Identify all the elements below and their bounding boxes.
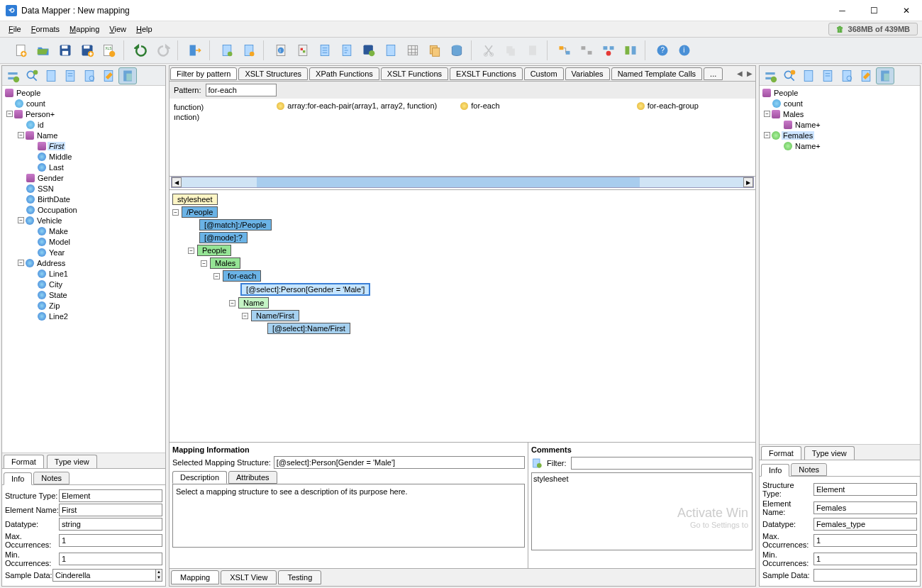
grid-button[interactable] xyxy=(403,40,423,60)
func-result[interactable]: for-each-group xyxy=(637,101,699,110)
ftab-xslt-func[interactable]: XSLT Functions xyxy=(381,67,448,80)
export-xls-button[interactable]: XLS xyxy=(99,40,119,60)
tree-node-name2[interactable]: Name+ xyxy=(794,142,822,150)
tab-next[interactable]: ▶ xyxy=(745,68,754,79)
elem-name-input[interactable] xyxy=(813,501,917,514)
tree-node-gender[interactable]: Gender xyxy=(36,174,65,182)
comment-item[interactable]: stylesheet xyxy=(533,475,750,483)
exit-button[interactable] xyxy=(185,40,205,60)
struct-type-input[interactable] xyxy=(813,483,917,496)
tree-node-last[interactable]: Last xyxy=(48,163,65,172)
tree-node-zip[interactable]: Zip xyxy=(48,301,61,310)
map-name[interactable]: Name xyxy=(238,297,269,309)
tab-notes[interactable]: Notes xyxy=(791,463,827,476)
ftab-vars[interactable]: Variables xyxy=(565,67,610,80)
ftab-xpath[interactable]: XPath Functions xyxy=(309,67,379,80)
tree-node-model[interactable]: Model xyxy=(48,238,72,246)
tree-node-vehicle[interactable]: Vehicle xyxy=(35,216,63,225)
sample-input[interactable] xyxy=(813,569,917,582)
tree-node-count[interactable]: count xyxy=(782,99,804,108)
ftab-exslt[interactable]: EXSLT Functions xyxy=(450,67,523,80)
tab-typeview[interactable]: Type view xyxy=(804,446,855,460)
tree-node-line2[interactable]: Line2 xyxy=(48,312,70,321)
left-tb-doc1[interactable] xyxy=(42,67,60,84)
map-namefirst[interactable]: Name/First xyxy=(251,310,299,321)
filter-input[interactable] xyxy=(571,457,753,470)
scroll-thumb[interactable] xyxy=(257,177,640,187)
expand-handle[interactable]: − xyxy=(18,132,24,138)
map-select[interactable]: [@select]:Person[Gender = 'Male'] xyxy=(240,283,370,296)
spin-down[interactable]: ▼ xyxy=(156,575,162,581)
tab-notes[interactable]: Notes xyxy=(33,472,70,484)
tab-info[interactable]: Info xyxy=(4,472,32,485)
ftab-custom[interactable]: Custom xyxy=(524,67,564,80)
save-button[interactable] xyxy=(55,40,75,60)
left-tb-active[interactable] xyxy=(118,67,137,84)
save-as-button[interactable] xyxy=(77,40,97,60)
map-people[interactable]: /People xyxy=(182,206,218,218)
paste-button[interactable] xyxy=(523,40,543,60)
expand-handle[interactable]: − xyxy=(229,300,235,306)
link3-button[interactable] xyxy=(599,40,618,60)
scroll-right[interactable]: ▶ xyxy=(743,177,753,187)
map-males[interactable]: Males xyxy=(210,257,240,269)
tree-node-state[interactable]: State xyxy=(48,291,69,299)
maximize-button[interactable]: ☐ xyxy=(858,0,890,21)
tree-node-first[interactable]: First xyxy=(48,142,65,150)
func-result[interactable]: ınction) xyxy=(174,113,199,121)
right-tb-doc2[interactable] xyxy=(818,67,837,84)
doc1-button[interactable] xyxy=(217,40,237,60)
right-tb-doc1[interactable] xyxy=(799,67,818,84)
left-tb-search[interactable] xyxy=(23,67,41,84)
expand-handle[interactable]: − xyxy=(242,313,248,319)
menu-help[interactable]: Help xyxy=(132,23,157,35)
tree-node-name1[interactable]: Name+ xyxy=(794,121,822,129)
tree-node-year[interactable]: Year xyxy=(48,248,66,257)
map-match[interactable]: [@match]:/People xyxy=(199,219,272,231)
tab-format[interactable]: Format xyxy=(4,455,44,468)
expand-handle[interactable]: − xyxy=(764,132,770,138)
func-result[interactable]: array:for-each-pair(array1, array2, func… xyxy=(277,101,437,110)
ftab-filter[interactable]: Filter by pattern xyxy=(170,67,237,80)
expand-handle[interactable]: − xyxy=(6,111,13,117)
tree-node-city[interactable]: City xyxy=(48,280,64,289)
doc4-button[interactable] xyxy=(337,40,357,60)
menu-mapping[interactable]: Mapping xyxy=(65,23,104,35)
tab-description[interactable]: Description xyxy=(172,471,227,484)
tab-testing[interactable]: Testing xyxy=(278,570,321,584)
db-button[interactable] xyxy=(447,40,467,60)
link4-button[interactable] xyxy=(621,40,640,60)
info-button[interactable]: i xyxy=(271,40,291,60)
close-button[interactable]: ✕ xyxy=(890,0,922,21)
tree-node-name[interactable]: Name xyxy=(35,131,59,140)
map-stylesheet[interactable]: stylesheet xyxy=(172,194,218,205)
link1-button[interactable] xyxy=(555,40,574,60)
expand-handle[interactable]: − xyxy=(764,111,770,117)
left-tb-doc2[interactable] xyxy=(61,67,79,84)
doc5-button[interactable] xyxy=(381,40,401,60)
min-occ-input[interactable] xyxy=(813,553,917,565)
tree-node-females[interactable]: Females xyxy=(782,131,814,140)
ftab-named[interactable]: Named Template Calls xyxy=(611,67,702,80)
comments-list[interactable]: stylesheet xyxy=(531,472,752,550)
min-occ-input[interactable] xyxy=(59,553,162,565)
tree-node-make[interactable]: Make xyxy=(48,227,70,235)
struct-type-input[interactable] xyxy=(59,489,162,502)
tree-node-people[interactable]: People xyxy=(772,89,799,97)
map-select-nf[interactable]: [@select]:Name/First xyxy=(267,323,350,334)
expand-handle[interactable]: − xyxy=(172,209,179,216)
highlight-button[interactable] xyxy=(293,40,313,60)
func-result[interactable]: function) xyxy=(174,103,204,111)
tree-node-males[interactable]: Males xyxy=(782,110,805,118)
func-result[interactable]: for-each xyxy=(460,101,499,110)
scroll-left[interactable]: ◀ xyxy=(172,177,182,187)
map-foreach[interactable]: for-each xyxy=(223,270,261,282)
tab-typeview[interactable]: Type view xyxy=(47,455,97,468)
tree-node-address[interactable]: Address xyxy=(35,259,67,267)
cut-button[interactable] xyxy=(479,40,499,60)
right-tb-doc4[interactable] xyxy=(857,67,875,84)
expand-handle[interactable]: − xyxy=(18,260,24,266)
max-occ-input[interactable] xyxy=(813,534,917,547)
redo-button[interactable] xyxy=(153,40,173,60)
tree-node-occupation[interactable]: Occupation xyxy=(36,206,79,214)
